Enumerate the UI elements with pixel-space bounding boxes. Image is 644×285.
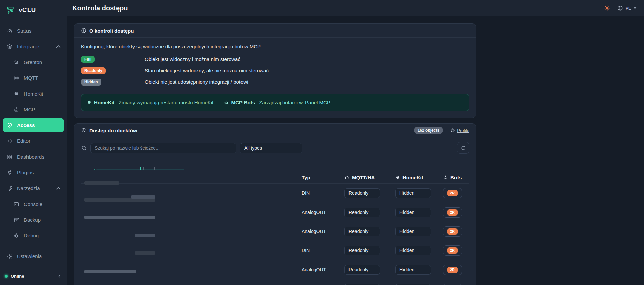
note-mcp-text: Zarządzaj botami w bbox=[259, 100, 303, 105]
shield-check-icon bbox=[7, 122, 13, 128]
column-typ: Typ bbox=[302, 175, 344, 180]
language-code: PL bbox=[625, 6, 631, 11]
gear-icon bbox=[7, 253, 13, 260]
object-table-row bbox=[81, 279, 469, 285]
note-homekit-label: HomeKit: bbox=[94, 100, 116, 105]
mqtt-access-select[interactable]: Readonly bbox=[344, 208, 380, 217]
integration-note: HomeKit: Zmiany wymagają restartu mostu … bbox=[81, 94, 469, 111]
profile-link-label: Profile bbox=[457, 128, 469, 133]
sidebar-divider bbox=[5, 246, 62, 246]
bots-badge: 2R bbox=[447, 190, 458, 196]
sidebar-item-plugins[interactable]: Plugins bbox=[0, 165, 67, 180]
homekit-access-select[interactable]: Hidden bbox=[395, 246, 431, 255]
mqtt-access-select[interactable]: Readonly bbox=[344, 188, 380, 198]
redacted-name-bar bbox=[84, 216, 155, 219]
chevron-up-icon bbox=[55, 44, 61, 50]
object-table: Typ MQTT/HA HomeKit Bots DIN Readonly Hi… bbox=[74, 158, 476, 285]
sidebar-item-label: Grenton bbox=[24, 59, 42, 65]
tree-skeleton-mark bbox=[154, 167, 155, 170]
robot-icon bbox=[13, 107, 19, 113]
note-period: . bbox=[333, 100, 334, 105]
bots-access-button[interactable]: 2R bbox=[443, 226, 462, 237]
mqtt-access-select[interactable] bbox=[344, 284, 380, 285]
broadcast-icon bbox=[13, 75, 19, 81]
table-header-row: Typ MQTT/HA HomeKit Bots bbox=[81, 172, 469, 184]
redacted-name-bar bbox=[84, 270, 136, 273]
gear-icon bbox=[450, 128, 455, 133]
sidebar-item-label: Status bbox=[17, 28, 32, 34]
sidebar-item-ustawienia[interactable]: Ustawienia bbox=[0, 248, 67, 264]
bots-access-button[interactable] bbox=[443, 284, 462, 285]
apple-icon bbox=[87, 100, 92, 105]
sidebar-item-label: Plugins bbox=[17, 170, 34, 175]
shield-icon bbox=[81, 128, 86, 133]
info-icon bbox=[81, 28, 86, 33]
sidebar-item-access[interactable]: Access bbox=[3, 118, 64, 132]
sidebar-item-backup[interactable]: Backup bbox=[0, 212, 67, 228]
sidebar-item-debug[interactable]: Debug bbox=[0, 228, 67, 243]
object-name-redacted bbox=[81, 241, 302, 260]
bots-access-button[interactable]: 2R bbox=[443, 265, 462, 275]
object-type: DIN bbox=[302, 248, 344, 253]
collapse-sidebar-icon[interactable] bbox=[57, 274, 62, 279]
language-selector[interactable]: PL bbox=[617, 5, 637, 11]
tree-skeleton-mark bbox=[143, 167, 144, 170]
sidebar-item-editor[interactable]: Editor bbox=[0, 133, 67, 149]
home-icon bbox=[344, 175, 350, 180]
sidebar-item-dashboards[interactable]: Dashboards bbox=[0, 149, 67, 165]
mqtt-access-select[interactable]: Readonly bbox=[344, 246, 380, 255]
homekit-access-select[interactable]: Hidden bbox=[395, 188, 431, 198]
type-filter-select[interactable]: All types bbox=[240, 143, 302, 153]
bots-badge: 2R bbox=[447, 247, 458, 254]
sidebar-item-console[interactable]: Console bbox=[0, 196, 67, 212]
about-access-card: O kontroli dostępu Konfiguruj, które obi… bbox=[74, 23, 476, 118]
access-level-row-hidden: Hidden Obiekt nie jest udostępniony inte… bbox=[81, 76, 469, 88]
sidebar-item-label: Narzędzia bbox=[17, 185, 40, 191]
bots-access-button[interactable]: 2R bbox=[443, 207, 462, 218]
search-input[interactable] bbox=[90, 143, 236, 153]
panel-mcp-link[interactable]: Panel MCP bbox=[305, 100, 330, 105]
profile-link[interactable]: Profile bbox=[450, 128, 469, 133]
mqtt-access-select[interactable]: Readonly bbox=[344, 265, 380, 275]
full-badge: Full bbox=[81, 56, 95, 63]
sidebar-item-narzedzia[interactable]: Narzędzia bbox=[0, 180, 67, 196]
sidebar-item-mcp[interactable]: MCP bbox=[0, 102, 67, 117]
gauge-icon bbox=[7, 28, 13, 34]
object-table-row: AnalogOUT Readonly Hidden 2R bbox=[81, 260, 469, 279]
homekit-access-select[interactable] bbox=[395, 284, 431, 285]
sidebar-item-grenton[interactable]: Grenton bbox=[0, 54, 67, 70]
homekit-access-select[interactable]: Hidden bbox=[395, 208, 431, 217]
access-level-row-readonly: Readonly Stan obiektu jest widoczny, ale… bbox=[81, 65, 469, 76]
sidebar-item-label: Debug bbox=[24, 233, 39, 238]
homekit-access-select[interactable]: Hidden bbox=[395, 227, 431, 236]
robot-icon bbox=[224, 100, 229, 105]
sidebar-item-status[interactable]: Status bbox=[0, 23, 67, 39]
sidebar-item-mqtt[interactable]: MQTT bbox=[0, 70, 67, 86]
tree-skeleton-mark bbox=[94, 169, 95, 170]
object-table-row: DIN Readonly Hidden 2R bbox=[81, 241, 469, 260]
sidebar-item-label: MQTT bbox=[24, 75, 38, 81]
sidebar-item-label: Access bbox=[17, 122, 35, 128]
sidebar-item-homekit[interactable]: HomeKit bbox=[0, 86, 67, 102]
bots-access-button[interactable]: 2R bbox=[443, 188, 462, 198]
object-type: AnalogOUT bbox=[302, 210, 344, 215]
refresh-button[interactable] bbox=[457, 142, 469, 154]
sidebar-item-label: Integracje bbox=[17, 44, 39, 49]
archive-icon bbox=[13, 217, 19, 223]
readonly-description: Stan obiektu jest widoczny, ale nie możn… bbox=[145, 68, 469, 73]
access-card-title: Dostęp do obiektów bbox=[89, 128, 137, 133]
mqtt-access-select[interactable]: Readonly bbox=[344, 227, 380, 236]
homekit-access-select[interactable]: Hidden bbox=[395, 265, 431, 275]
object-name-redacted bbox=[81, 222, 302, 241]
sidebar: vCLU Status Integracje Grenton MQTT Home… bbox=[0, 0, 67, 285]
robot-icon bbox=[443, 175, 448, 180]
tree-skeleton-mark bbox=[140, 167, 141, 170]
chevron-up-icon bbox=[55, 185, 61, 191]
object-name-redacted bbox=[81, 184, 302, 203]
bots-access-button[interactable]: 2R bbox=[443, 245, 462, 256]
access-toolbar: All types bbox=[74, 137, 476, 158]
sidebar-item-integracje[interactable]: Integracje bbox=[0, 39, 67, 54]
search-icon bbox=[81, 145, 87, 151]
object-table-row: DIN Readonly Hidden 2R bbox=[81, 184, 469, 203]
theme-toggle-sun-icon[interactable] bbox=[604, 5, 610, 11]
